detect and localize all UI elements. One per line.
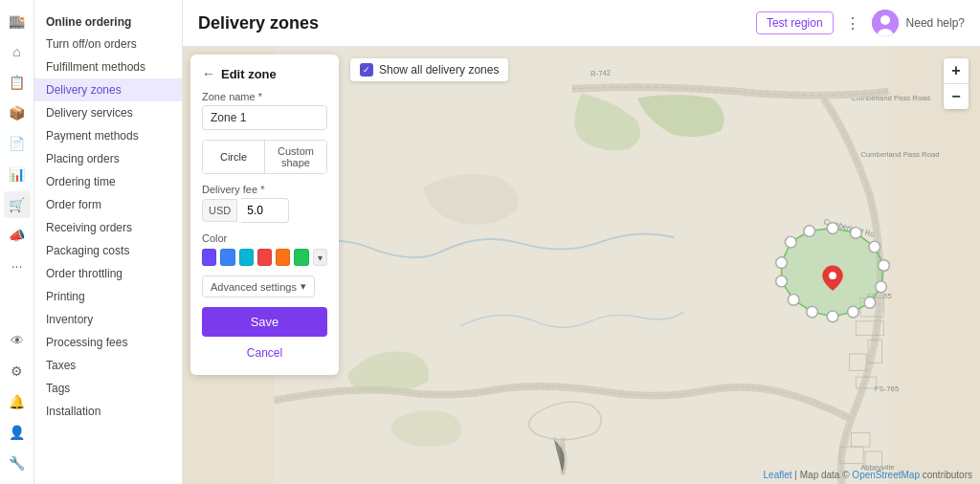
svg-point-30: [807, 306, 818, 318]
show-delivery-zones-label: Show all delivery zones: [379, 63, 499, 77]
color-swatch-orange[interactable]: [276, 249, 290, 266]
svg-point-24: [869, 241, 880, 253]
sidebar-icon-more[interactable]: ···: [4, 253, 31, 279]
fee-row: USD: [202, 198, 327, 223]
leaflet-link[interactable]: Leaflet: [764, 470, 792, 480]
nav-item-turn-off-orders[interactable]: Turn off/on orders: [34, 33, 182, 55]
attribution-map-data: Map data ©: [800, 470, 850, 480]
map-attribution: Leaflet | Map data © OpenStreetMap contr…: [764, 470, 972, 480]
svg-point-1: [880, 15, 890, 25]
advanced-settings-button[interactable]: Advanced settings ▾: [202, 275, 315, 297]
sidebar-icon-user[interactable]: 👤: [4, 419, 31, 446]
page-title: Delivery zones: [198, 13, 319, 33]
color-more-button[interactable]: ▾: [313, 249, 327, 266]
zoom-controls: + −: [944, 58, 969, 109]
advanced-settings-chevron-icon: ▾: [301, 280, 306, 293]
circle-shape-button[interactable]: Circle: [203, 141, 265, 173]
sidebar-icon-marketing[interactable]: 📣: [4, 222, 31, 249]
nav-sidebar: Online ordering Turn off/on orders Fulfi…: [34, 0, 183, 484]
nav-item-order-throttling[interactable]: Order throttling: [34, 262, 182, 285]
color-group: Color ▾: [202, 232, 327, 266]
svg-point-33: [776, 257, 788, 269]
sidebar-icon-home[interactable]: ⌂: [4, 38, 31, 65]
edit-zone-panel: ← Edit zone Zone name * Circle Custom sh…: [190, 55, 339, 375]
show-delivery-zones-toggle[interactable]: ✓ Show all delivery zones: [350, 58, 508, 81]
delivery-fee-label: Delivery fee *: [202, 184, 327, 195]
nav-item-receiving-orders[interactable]: Receiving orders: [34, 216, 182, 239]
main-content: Delivery zones Test region ⋮ Need help?: [183, 0, 980, 484]
nav-item-payment-methods[interactable]: Payment methods: [34, 124, 182, 147]
page-header: Delivery zones Test region ⋮ Need help?: [183, 0, 980, 47]
svg-point-20: [785, 236, 796, 248]
svg-point-22: [827, 223, 838, 234]
map-area: R-742 Cumberland Pass Road Cumberland Pa…: [183, 47, 980, 484]
fee-input[interactable]: [241, 198, 289, 223]
zoom-in-button[interactable]: +: [944, 58, 969, 83]
nav-item-printing[interactable]: Printing: [34, 285, 182, 308]
color-label: Color: [202, 232, 327, 244]
sidebar-icon-settings[interactable]: ⚙: [4, 358, 31, 385]
more-options-icon[interactable]: ⋮: [841, 11, 864, 34]
svg-point-26: [876, 281, 887, 293]
fee-currency: USD: [202, 199, 237, 222]
nav-section-title: Online ordering: [34, 8, 182, 33]
test-region-button[interactable]: Test region: [756, 11, 834, 34]
shape-selector: Circle Custom shape: [202, 140, 327, 174]
sidebar-icon-orders[interactable]: 📋: [4, 69, 31, 96]
svg-point-25: [879, 260, 890, 272]
toggle-checkmark-icon: ✓: [360, 63, 373, 77]
svg-point-32: [776, 275, 788, 287]
advanced-settings-label: Advanced settings: [211, 281, 297, 293]
zone-name-input[interactable]: [202, 105, 327, 130]
color-swatch-purple[interactable]: [202, 249, 216, 266]
sidebar-icon-products[interactable]: 📦: [4, 99, 31, 126]
color-swatches: ▾: [202, 249, 327, 266]
color-swatch-green[interactable]: [294, 249, 308, 266]
zone-name-label: Zone name *: [202, 91, 327, 102]
nav-item-delivery-services[interactable]: Delivery services: [34, 101, 182, 124]
zone-name-group: Zone name *: [202, 91, 327, 130]
back-button[interactable]: ←: [202, 66, 215, 81]
nav-item-delivery-zones[interactable]: Delivery zones: [34, 78, 182, 101]
svg-text:FS-765: FS-765: [875, 385, 899, 393]
sidebar-icon-pages[interactable]: 📄: [4, 130, 31, 157]
panel-title: Edit zone: [221, 67, 277, 81]
sidebar-icon-store[interactable]: 🏬: [4, 8, 31, 34]
avatar[interactable]: [872, 10, 899, 36]
color-swatch-blue[interactable]: [220, 249, 234, 266]
svg-text:Cumberland Pass Road: Cumberland Pass Road: [860, 150, 939, 159]
svg-text:R-742: R-742: [590, 68, 612, 78]
panel-header: ← Edit zone: [202, 66, 327, 81]
nav-item-packaging-costs[interactable]: Packaging costs: [34, 239, 182, 262]
color-swatch-cyan[interactable]: [239, 249, 254, 266]
nav-item-fulfillment-methods[interactable]: Fulfillment methods: [34, 55, 182, 78]
nav-item-processing-fees[interactable]: Processing fees: [34, 331, 182, 354]
nav-item-tags[interactable]: Tags: [34, 377, 182, 400]
cancel-button[interactable]: Cancel: [202, 342, 327, 363]
osm-link[interactable]: OpenStreetMap: [852, 470, 920, 480]
nav-item-ordering-time[interactable]: Ordering time: [34, 170, 182, 193]
nav-item-installation[interactable]: Installation: [34, 400, 182, 423]
nav-item-order-form[interactable]: Order form: [34, 193, 182, 216]
sidebar-icon-gear2[interactable]: 🔧: [4, 450, 31, 476]
nav-item-placing-orders[interactable]: Placing orders: [34, 147, 182, 170]
zoom-out-button[interactable]: −: [944, 84, 969, 109]
sidebar-icon-bell[interactable]: 🔔: [4, 388, 31, 415]
save-button[interactable]: Save: [202, 307, 327, 337]
sidebar-icon-eye[interactable]: 👁: [4, 327, 31, 354]
need-help-link[interactable]: Need help?: [906, 16, 965, 30]
svg-point-23: [851, 228, 862, 239]
delivery-fee-group: Delivery fee * USD: [202, 184, 327, 223]
color-swatch-red[interactable]: [257, 249, 272, 266]
svg-point-29: [827, 311, 838, 322]
svg-point-35: [829, 272, 836, 279]
nav-item-taxes[interactable]: Taxes: [34, 354, 182, 377]
icon-sidebar: 🏬 ⌂ 📋 📦 📄 📊 🛒 📣 ··· 👁 ⚙ 🔔 👤 🔧: [0, 0, 34, 484]
svg-point-28: [848, 306, 859, 318]
sidebar-icon-reports[interactable]: 📊: [4, 161, 31, 187]
nav-item-inventory[interactable]: Inventory: [34, 308, 182, 331]
svg-point-31: [788, 295, 799, 306]
svg-point-21: [804, 226, 815, 237]
sidebar-icon-online-ordering[interactable]: 🛒: [4, 191, 31, 218]
custom-shape-button[interactable]: Custom shape: [265, 141, 326, 173]
